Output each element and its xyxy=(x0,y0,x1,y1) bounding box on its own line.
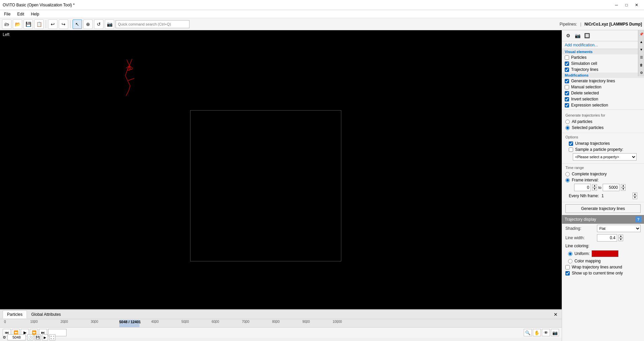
toolbar-reset-btn[interactable]: ↺ xyxy=(94,19,103,29)
pan-btn[interactable]: ✋ xyxy=(533,329,541,336)
visual-particles-checkbox[interactable] xyxy=(565,55,569,60)
mod-delsel-checkbox[interactable] xyxy=(565,91,569,95)
mod-invsel-checkbox[interactable] xyxy=(565,97,569,101)
complete-traj-option[interactable]: Complete trajectory xyxy=(565,171,641,177)
add-modification-bar[interactable]: Add modification... xyxy=(562,41,644,49)
mod-expsel-item[interactable]: Expression selection xyxy=(562,102,644,108)
selected-particles-radio[interactable] xyxy=(565,126,570,130)
far-right-pin-btn[interactable]: 📌 xyxy=(638,30,644,38)
far-right-settings-btn[interactable]: ⚙ xyxy=(638,69,644,76)
toolbar-open-btn[interactable]: 📂 xyxy=(13,19,22,29)
export-btn[interactable]: ▶ xyxy=(42,334,48,340)
toolbar-select-btn[interactable]: ↖ xyxy=(73,19,82,29)
color-swatch[interactable] xyxy=(592,250,618,257)
toolbar-move-btn[interactable]: ⊕ xyxy=(83,19,93,29)
frame-to-up[interactable]: ▲ xyxy=(621,184,626,187)
uniform-radio[interactable] xyxy=(568,252,572,256)
far-right-list-btn[interactable]: ☰ xyxy=(638,53,644,61)
close-button[interactable]: ✕ xyxy=(632,2,641,8)
frame-interval-option[interactable]: Frame interval: xyxy=(565,177,641,183)
every-nth-down[interactable]: ▼ xyxy=(633,196,637,199)
sample-checkbox[interactable] xyxy=(569,147,573,152)
mod-gentraj-item[interactable]: Generate trajectory lines xyxy=(562,78,644,84)
uniform-color-row: Uniform: xyxy=(562,249,644,258)
toolbar-saveas-btn[interactable]: 📋 xyxy=(34,19,44,29)
toolbar-redo-btn[interactable]: ↪ xyxy=(59,19,68,29)
visual-simcell-item[interactable]: Simulation cell xyxy=(562,60,644,67)
help-button[interactable]: ? xyxy=(635,216,641,222)
every-nth-spin-btns: ▲ ▼ xyxy=(633,193,637,199)
viewport[interactable]: Left y xyxy=(0,30,562,341)
every-nth-label: Every Nth frame: 1 xyxy=(569,194,604,198)
toolbar-camera-btn[interactable]: 📷 xyxy=(105,19,114,29)
panel-overlay-btn[interactable]: 🔲 xyxy=(583,32,591,40)
frame-to-input[interactable] xyxy=(603,184,619,191)
expand-btn[interactable]: ⛶ xyxy=(49,334,55,340)
frame-from-up[interactable]: ▲ xyxy=(592,184,597,187)
unwrap-row[interactable]: Unwrap trajectories xyxy=(565,140,641,146)
mod-gentraj-checkbox[interactable] xyxy=(565,79,569,83)
show-current-row[interactable]: Show up to current time only xyxy=(562,270,644,276)
menu-edit[interactable]: Edit xyxy=(14,11,27,17)
toolbar-new-btn[interactable]: 🗁 xyxy=(2,19,11,29)
mod-gentraj-label: Generate trajectory lines xyxy=(571,79,615,83)
sample-row[interactable]: Sample a particle property: xyxy=(565,146,641,153)
far-right-up-btn[interactable]: ▲ xyxy=(638,38,644,45)
visual-simcell-checkbox[interactable] xyxy=(565,61,569,66)
frame-from-input[interactable] xyxy=(574,184,591,191)
generate-for-title: Generate trajectories for xyxy=(565,113,641,117)
linewidth-down[interactable]: ▼ xyxy=(618,238,623,241)
menu-help[interactable]: Help xyxy=(28,11,42,17)
panel-render-btn[interactable]: 📷 xyxy=(573,32,582,40)
wrap-checkbox[interactable] xyxy=(565,265,570,269)
far-right-delete-btn[interactable]: 🗑 xyxy=(638,61,644,69)
unwrap-checkbox[interactable] xyxy=(569,141,573,146)
tab-global-attributes[interactable]: Global Attributes xyxy=(27,310,65,318)
wrap-row[interactable]: Wrap trajectory lines around xyxy=(562,264,644,270)
visual-trajlines-checkbox[interactable] xyxy=(565,68,569,72)
toolbar-save-btn[interactable]: 💾 xyxy=(24,19,33,29)
tab-particles[interactable]: Particles xyxy=(3,310,27,318)
mod-delsel-item[interactable]: Delete selected xyxy=(562,90,644,96)
show-current-checkbox[interactable] xyxy=(565,271,570,275)
shading-dropdown[interactable]: Flat xyxy=(597,225,641,232)
frame-from-down[interactable]: ▼ xyxy=(592,187,597,191)
frame-interval-radio[interactable] xyxy=(565,178,570,182)
far-right-down-btn[interactable]: ▼ xyxy=(638,46,644,53)
minimize-button[interactable]: ─ xyxy=(612,2,621,8)
save-frame-btn[interactable]: 💾 xyxy=(35,334,41,340)
menu-file[interactable]: File xyxy=(1,11,13,17)
mod-mansel-item[interactable]: Manual selection xyxy=(562,84,644,90)
color-mapping-row[interactable]: Color mapping xyxy=(562,258,644,264)
frame-to-down[interactable]: ▼ xyxy=(621,187,626,191)
visual-trajlines-item[interactable]: Trajectory lines xyxy=(562,67,644,73)
screenshot-btn[interactable]: 📷 xyxy=(551,329,559,336)
every-nth-up[interactable]: ▲ xyxy=(633,193,637,196)
linewidth-up[interactable]: ▲ xyxy=(618,235,623,238)
visual-particles-item[interactable]: Particles xyxy=(562,54,644,60)
all-particles-option[interactable]: All particles xyxy=(565,119,641,125)
tick-3000: 3000 xyxy=(91,319,98,324)
mod-mansel-checkbox[interactable] xyxy=(565,85,569,89)
frame-counter-input[interactable] xyxy=(7,334,26,340)
zoom-in-btn[interactable]: 🔍 xyxy=(524,329,532,336)
eye-btn[interactable]: 👁 xyxy=(542,329,550,336)
mod-delsel-label: Delete selected xyxy=(571,91,599,95)
complete-traj-radio[interactable] xyxy=(565,172,570,176)
clock-btn[interactable]: 🕐 xyxy=(27,334,33,340)
search-input[interactable] xyxy=(116,20,189,28)
linewidth-input[interactable] xyxy=(597,234,617,242)
sample-property-dropdown[interactable]: <Please select a property> xyxy=(573,153,637,161)
mod-expsel-checkbox[interactable] xyxy=(565,103,569,108)
panel-pipeline-btn[interactable]: ⚙ xyxy=(564,32,572,40)
color-mapping-radio[interactable] xyxy=(568,259,572,263)
maximize-button[interactable]: □ xyxy=(622,2,631,8)
tab-close-button[interactable]: ✕ xyxy=(552,311,559,318)
selected-particles-option[interactable]: Selected particles xyxy=(565,125,641,131)
time-ruler[interactable]: 0 1000 2000 3000 5048 / 12401 4000 5000 … xyxy=(0,319,562,328)
mod-invsel-item[interactable]: Invert selection xyxy=(562,96,644,102)
toolbar-undo-btn[interactable]: ↩ xyxy=(48,19,57,29)
generate-trajectory-button[interactable]: Generate trajectory lines xyxy=(565,204,641,213)
visual-particles-label: Particles xyxy=(571,55,587,60)
all-particles-radio[interactable] xyxy=(565,120,570,124)
